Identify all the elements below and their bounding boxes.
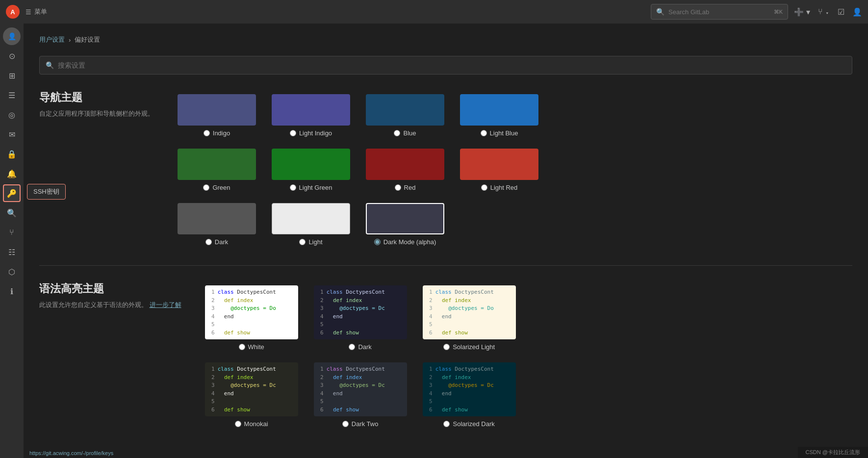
search-settings-container[interactable]: 🔍	[39, 56, 852, 75]
syntax-name-solarized-dark: Solarized Dark	[453, 420, 494, 428]
nav-theme-desc: 自定义应用程序顶部和导航侧栏的外观。	[39, 109, 154, 119]
theme-option-light: Light	[272, 203, 350, 246]
theme-radio-green[interactable]	[203, 184, 209, 191]
create-icon[interactable]: ➕ ▾	[794, 7, 810, 17]
todo-icon[interactable]: ☑	[838, 7, 844, 17]
topbar: A ☰ 菜单 🔍 ⌘K ➕ ▾ ⑂ ▾ ☑ 👤	[0, 0, 868, 24]
sidebar-item-admin[interactable]: ⬡	[3, 263, 21, 280]
sidebar: 👤 ⊙ ⊞ ☰ ◎ ✉ 🔒 🔔 🔑 🔍 ⑂ ☷ ⬡ ℹ	[0, 24, 24, 458]
theme-option-dark-mode: Dark Mode (alpha)	[366, 203, 444, 246]
ssh-tooltip: SSH密钥	[27, 184, 66, 200]
theme-radio-blue[interactable]	[394, 130, 400, 136]
theme-swatch-red[interactable]	[366, 149, 444, 180]
syntax-radio-dark[interactable]	[349, 344, 355, 350]
sidebar-item-mail[interactable]: ✉	[3, 126, 21, 143]
syntax-name-dark2: Dark Two	[352, 420, 379, 428]
main-content: 用户设置 › 偏好设置 🔍 导航主题 自定义应用程序顶部和导航侧栏的外观。 In…	[24, 24, 868, 458]
menu-button[interactable]: ☰ 菜单	[26, 7, 47, 16]
sidebar-item-lock[interactable]: 🔒	[3, 145, 21, 163]
syntax-preview-white[interactable]: 1class DoctypesCont 2 def index 3 @docty…	[205, 285, 298, 339]
theme-label-dark: Dark	[205, 238, 228, 246]
syntax-name-monokai: Monokai	[244, 420, 268, 428]
syntax-radio-solarized-dark[interactable]	[443, 421, 450, 427]
theme-swatch-dark-mode[interactable]	[366, 203, 444, 234]
theme-radio-dark[interactable]	[205, 239, 212, 245]
syntax-radio-solarized-light[interactable]	[443, 344, 450, 350]
theme-radio-light-green[interactable]	[290, 184, 296, 191]
syntax-label-solarized-light: Solarized Light	[443, 343, 495, 351]
theme-radio-light[interactable]	[299, 239, 306, 245]
syntax-preview-dark[interactable]: 1class DoctypesCont 2 def index 3 @docty…	[314, 285, 407, 339]
syntax-section-header: 语法高亮主题 此设置允许您自定义基于语法的外观。 进一步了解 1class Do…	[39, 281, 852, 428]
sidebar-item-fork[interactable]: ⑂	[3, 224, 21, 241]
syntax-option-solarized-dark: 1class DoctypesCont 2 def index 3 @docty…	[423, 362, 516, 428]
user-menu-icon[interactable]: 👤	[852, 7, 862, 17]
merge-request-icon[interactable]: ⑂ ▾	[818, 7, 830, 16]
watermark: CSDN @卡拉比丘流形	[798, 447, 868, 458]
syntax-preview-dark2[interactable]: 1class DoctypesCont 2 def index 3 @docty…	[314, 362, 407, 416]
syntax-radio-dark2[interactable]	[342, 421, 349, 427]
syntax-learn-more-link[interactable]: 进一步了解	[150, 301, 181, 308]
theme-swatch-indigo[interactable]	[178, 94, 256, 126]
sidebar-item-info[interactable]: ℹ	[3, 282, 21, 300]
theme-radio-light-red[interactable]	[481, 184, 487, 191]
theme-label-dark-mode: Dark Mode (alpha)	[374, 238, 436, 246]
sidebar-item-groups[interactable]: ◎	[3, 106, 21, 124]
theme-swatch-light-blue[interactable]	[460, 94, 538, 126]
theme-label-light-indigo: Light Indigo	[290, 129, 332, 137]
breadcrumb-parent[interactable]: 用户设置	[39, 35, 65, 44]
syntax-label-white: White	[239, 343, 264, 351]
syntax-theme-section: 语法高亮主题 此设置允许您自定义基于语法的外观。 进一步了解 1class Do…	[39, 281, 852, 428]
syntax-label-dark: Dark	[349, 343, 371, 351]
theme-name-light: Light	[308, 238, 322, 246]
sidebar-item-search2[interactable]: 🔍	[3, 204, 21, 222]
search-settings-input[interactable]	[58, 61, 846, 69]
syntax-preview-solarized-dark[interactable]: 1class DoctypesCont 2 def index 3 @docty…	[423, 362, 516, 416]
topbar-search[interactable]: 🔍 ⌘K	[651, 4, 788, 20]
syntax-radio-white[interactable]	[239, 344, 245, 350]
breadcrumb: 用户设置 › 偏好设置	[39, 35, 852, 44]
sidebar-item-bell[interactable]: 🔔	[3, 165, 21, 182]
theme-swatch-dark[interactable]	[178, 203, 256, 234]
theme-radio-red[interactable]	[395, 184, 401, 191]
sidebar-item-ssh[interactable]: 🔑	[3, 184, 21, 202]
sidebar-item-projects[interactable]: ☰	[3, 86, 21, 104]
syntax-option-dark: 1class DoctypesCont 2 def index 3 @docty…	[314, 285, 407, 351]
theme-swatch-blue[interactable]	[366, 94, 444, 126]
theme-swatch-light-indigo[interactable]	[272, 94, 350, 126]
footer-url: https://git.acwing.com/-/profile/keys	[24, 448, 119, 458]
sidebar-item-dashboards[interactable]: ⊞	[3, 67, 21, 84]
sidebar-item-snippets[interactable]: ☷	[3, 243, 21, 261]
section-info: 导航主题 自定义应用程序顶部和导航侧栏的外观。	[39, 90, 154, 119]
theme-radio-light-indigo[interactable]	[290, 130, 296, 136]
syntax-label-solarized-dark: Solarized Dark	[443, 420, 494, 428]
theme-name-dark: Dark	[215, 238, 228, 246]
theme-swatch-light[interactable]	[272, 203, 350, 234]
syntax-option-monokai: 1class DoctypesCont 2 def index 3 @docty…	[205, 362, 298, 428]
theme-radio-dark-mode[interactable]	[374, 239, 381, 245]
syntax-theme-grid: 1class DoctypesCont 2 def index 3 @docty…	[205, 285, 516, 428]
theme-swatch-light-green[interactable]	[272, 149, 350, 180]
syntax-radio-monokai[interactable]	[235, 421, 241, 427]
breadcrumb-separator: ›	[69, 36, 71, 44]
search-input[interactable]	[668, 8, 770, 16]
syntax-preview-solarized-light[interactable]: 1class DoctypesCont 2 def index 3 @docty…	[423, 285, 516, 339]
sidebar-item-profile[interactable]: ⊙	[3, 47, 21, 65]
syntax-option-solarized-light: 1class DoctypesCont 2 def index 3 @docty…	[423, 285, 516, 351]
gitlab-logo[interactable]: A	[6, 5, 20, 19]
theme-name-blue: Blue	[403, 129, 416, 137]
theme-swatch-green[interactable]	[178, 149, 256, 180]
syntax-label-monokai: Monokai	[235, 420, 268, 428]
syntax-theme-desc: 此设置允许您自定义基于语法的外观。 进一步了解	[39, 300, 181, 310]
syntax-name-dark: Dark	[358, 343, 371, 351]
theme-radio-light-blue[interactable]	[481, 130, 487, 136]
theme-swatch-light-red[interactable]	[460, 149, 538, 180]
syntax-preview-monokai[interactable]: 1class DoctypesCont 2 def index 3 @docty…	[205, 362, 298, 416]
syntax-option-white: 1class DoctypesCont 2 def index 3 @docty…	[205, 285, 298, 351]
theme-name-red: Red	[404, 184, 416, 191]
theme-label-light: Light	[299, 238, 322, 246]
sidebar-avatar[interactable]: 👤	[3, 27, 21, 45]
theme-radio-indigo[interactable]	[204, 130, 210, 136]
breadcrumb-current: 偏好设置	[75, 35, 100, 44]
logo-text: A	[10, 8, 15, 16]
